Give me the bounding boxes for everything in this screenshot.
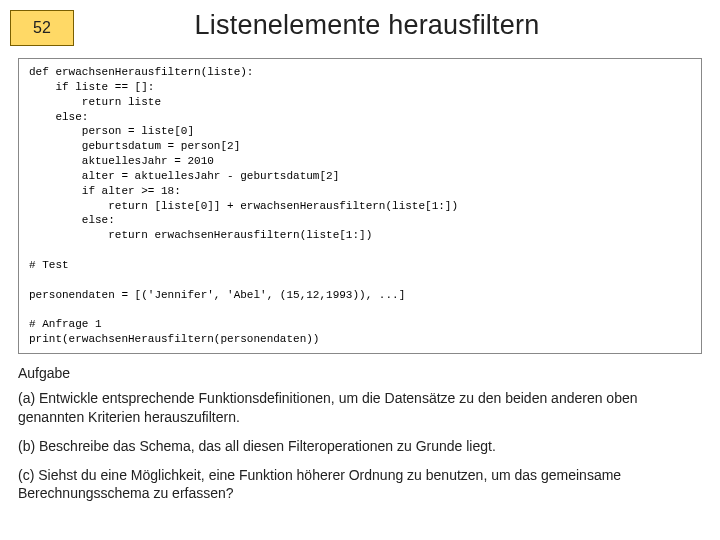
task-a: (a) Entwickle entsprechende Funktionsdef… [18, 389, 702, 427]
task-b: (b) Beschreibe das Schema, das all diese… [18, 437, 702, 456]
page-number: 52 [33, 19, 51, 37]
slide: 52 Listenelemente herausfiltern def erwa… [0, 0, 720, 540]
code-block: def erwachsenHerausfiltern(liste): if li… [18, 58, 702, 354]
tasks-heading: Aufgabe [18, 364, 702, 383]
slide-title: Listenelemente herausfiltern [74, 10, 720, 41]
header: 52 Listenelemente herausfiltern [0, 0, 720, 50]
task-c: (c) Siehst du eine Möglichkeit, eine Fun… [18, 466, 702, 504]
page-number-box: 52 [10, 10, 74, 46]
